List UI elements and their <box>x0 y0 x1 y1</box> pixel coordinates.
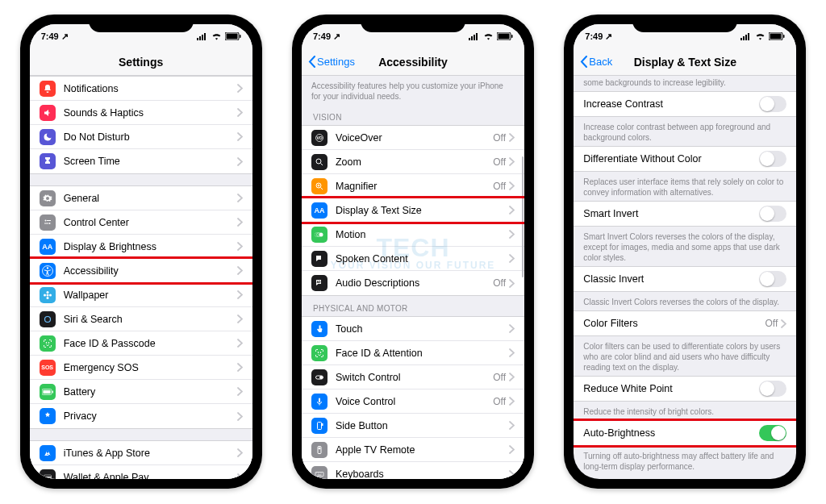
content-1[interactable]: NotificationsSounds & HapticsDo Not Dist… <box>30 76 252 479</box>
cell-audio-descriptions[interactable]: ADAudio DescriptionsOff <box>302 271 524 295</box>
toggle[interactable] <box>759 425 786 441</box>
content-2[interactable]: Accessibility features help you customiz… <box>302 76 524 479</box>
cell-label: Classic Invert <box>583 273 759 285</box>
back-button[interactable]: Back <box>580 56 612 68</box>
screen-display-text-size: 7:49 ↗ Back Display & Text Size some bac… <box>574 24 796 479</box>
cell-voiceover[interactable]: VOVoiceOverOff <box>302 126 524 150</box>
back-button[interactable]: Settings <box>308 56 355 68</box>
cell-voice-control[interactable]: Voice ControlOff <box>302 389 524 414</box>
cell-label: General <box>64 193 237 204</box>
svg-rect-23 <box>43 389 50 393</box>
section-physical: PHYSICAL AND MOTOR <box>302 296 524 316</box>
cell-switch-control[interactable]: Switch ControlOff <box>302 365 524 389</box>
setting-group: Auto-Brightness <box>574 420 796 446</box>
speaker-icon <box>40 105 56 121</box>
cell-face-id-attention[interactable]: Face ID & Attention <box>302 341 524 365</box>
chevron-left-icon <box>308 56 315 68</box>
settings-group: NotificationsSounds & HapticsDo Not Dist… <box>30 76 252 174</box>
accessibility-desc: Accessibility features help you customiz… <box>302 76 524 105</box>
status-right <box>469 32 513 40</box>
cell-touch[interactable]: Touch <box>302 317 524 341</box>
content-3[interactable]: some backgrounds to increase legibility.… <box>574 76 796 479</box>
cell-value: Off <box>493 372 506 383</box>
navbar: Settings <box>30 48 252 76</box>
cell-display-brightness[interactable]: AADisplay & Brightness <box>30 235 252 259</box>
cell-emergency-sos[interactable]: SOSEmergency SOS <box>30 356 252 380</box>
cell-value: Off <box>493 396 506 407</box>
cell-increase-contrast[interactable]: Increase Contrast <box>574 92 796 116</box>
cell-control-center[interactable]: Control Center <box>30 210 252 235</box>
cell-smart-invert[interactable]: Smart Invert <box>574 202 796 226</box>
motion-icon <box>311 227 327 243</box>
cell-sounds-haptics[interactable]: Sounds & Haptics <box>30 101 252 125</box>
chevron-left-icon <box>580 56 587 68</box>
svg-rect-52 <box>740 38 742 40</box>
notch <box>361 15 465 32</box>
cell-label: Siri & Search <box>64 314 237 325</box>
cell-keyboards[interactable]: Keyboards <box>302 462 524 479</box>
phone-3: 7:49 ↗ Back Display & Text Size some bac… <box>564 15 806 489</box>
page-title: Display & Text Size <box>634 56 736 69</box>
cell-label: Audio Descriptions <box>336 277 493 289</box>
cell-desc: Replaces user interface items that rely … <box>574 172 796 201</box>
cell-side-button[interactable]: Side Button <box>302 414 524 438</box>
svg-point-14 <box>46 291 48 294</box>
cell-value: Off <box>766 318 778 329</box>
hand-icon <box>40 408 56 424</box>
cell-magnifier[interactable]: MagnifierOff <box>302 174 524 198</box>
cell-label: Voice Control <box>336 396 493 407</box>
svg-rect-28 <box>471 36 473 40</box>
toggle[interactable] <box>759 271 786 287</box>
cell-auto-brightness[interactable]: Auto-Brightness <box>574 421 796 445</box>
cell-color-filters[interactable]: Color FiltersOff <box>574 311 796 335</box>
cell-wallet-apple-pay[interactable]: Wallet & Apple Pay <box>30 465 252 479</box>
cell-zoom[interactable]: ZoomOff <box>302 150 524 174</box>
cell-notifications[interactable]: Notifications <box>30 77 252 101</box>
toggle[interactable] <box>759 206 786 222</box>
cell-battery[interactable]: Battery <box>30 380 252 404</box>
scrollbar[interactable] <box>522 156 524 277</box>
svg-point-17 <box>49 294 52 296</box>
cell-label: Magnifier <box>336 181 493 192</box>
cell-label: Accessibility <box>64 265 237 277</box>
svg-rect-30 <box>476 33 478 40</box>
cell-siri-search[interactable]: Siri & Search <box>30 307 252 331</box>
signal-icon <box>469 33 480 40</box>
cell-differentiate-without-color[interactable]: Differentiate Without Color <box>574 147 796 171</box>
svg-rect-0 <box>197 38 198 40</box>
wifi-icon <box>483 33 494 40</box>
cell-value: Off <box>493 156 506 168</box>
svg-point-45 <box>319 376 322 378</box>
toggle[interactable] <box>759 381 786 397</box>
cell-label: Increase Contrast <box>583 98 759 110</box>
svg-rect-29 <box>473 35 475 40</box>
svg-rect-1 <box>199 36 201 40</box>
svg-point-12 <box>46 267 48 269</box>
phones-row: 7:49 ↗ Settings NotificationsSounds & Ha… <box>0 0 826 503</box>
cell-reduce-white-point[interactable]: Reduce White Point <box>574 377 796 401</box>
svg-point-15 <box>46 297 48 299</box>
cell-itunes-app-store[interactable]: iTunes & App Store <box>30 441 252 465</box>
cell-wallpaper[interactable]: Wallpaper <box>30 283 252 307</box>
cell-motion[interactable]: Motion <box>302 223 524 247</box>
cell-apple-tv-remote[interactable]: Apple TV Remote <box>302 438 524 462</box>
cell-accessibility[interactable]: Accessibility <box>30 259 252 283</box>
cell-label: Motion <box>336 229 509 240</box>
cell-display-text-size[interactable]: AADisplay & Text Size <box>302 198 524 223</box>
cell-screen-time[interactable]: Screen Time <box>30 149 252 173</box>
cell-face-id-passcode[interactable]: Face ID & Passcode <box>30 331 252 356</box>
battery-icon <box>769 32 785 40</box>
svg-point-16 <box>44 294 46 296</box>
svg-rect-58 <box>783 35 785 38</box>
cell-label: Wallpaper <box>64 289 237 301</box>
cell-label: Display & Text Size <box>336 205 509 216</box>
toggle[interactable] <box>759 96 786 112</box>
cell-general[interactable]: General <box>30 186 252 210</box>
cell-do-not-disturb[interactable]: Do Not Disturb <box>30 125 252 149</box>
cell-label: VoiceOver <box>336 132 493 144</box>
cell-privacy[interactable]: Privacy <box>30 404 252 428</box>
wifi-icon <box>755 33 766 40</box>
cell-spoken-content[interactable]: Spoken Content <box>302 247 524 271</box>
toggle[interactable] <box>759 151 786 167</box>
cell-classic-invert[interactable]: Classic Invert <box>574 267 796 291</box>
